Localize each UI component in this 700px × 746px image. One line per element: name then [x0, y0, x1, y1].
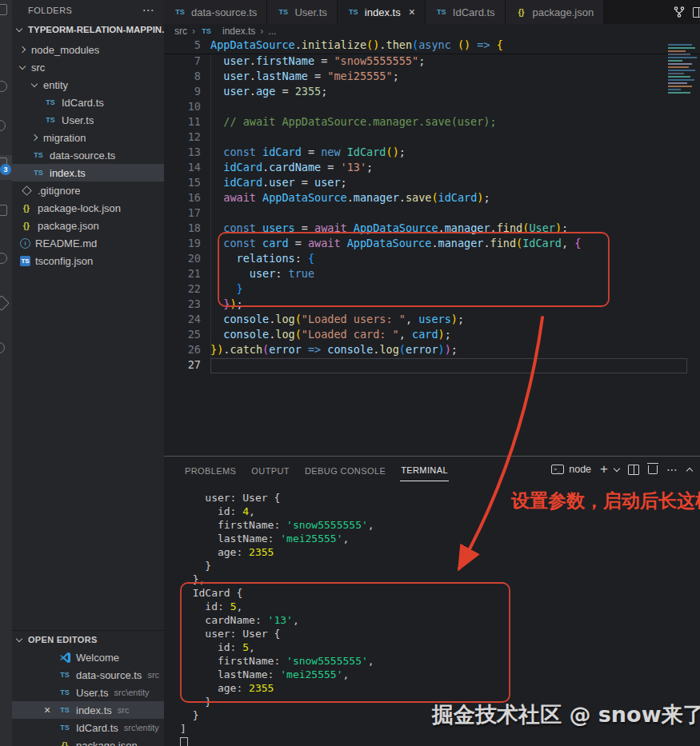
sidebar-header: FOLDERS ⋯ — [12, 0, 164, 21]
breadcrumb-item[interactable]: ... — [268, 26, 276, 37]
code-line-22[interactable]: 22 } — [164, 282, 700, 297]
minimap[interactable] — [668, 44, 700, 94]
terminal-shell-chip[interactable]: node — [551, 464, 591, 475]
code-line-25[interactable]: 25 console.log("Loaded card: ", card); — [164, 328, 700, 343]
tab-package.json[interactable]: {}package.json — [506, 0, 605, 24]
code-line-26[interactable]: 26}).catch(error => console.log(error)); — [164, 343, 700, 358]
tree-item-README.md[interactable]: iREADME.md — [12, 234, 164, 252]
tree-item-node_modules[interactable]: node_modules — [12, 41, 164, 58]
gitignore-icon — [20, 185, 33, 196]
open-editor-index.ts[interactable]: ×TSindex.tssrc — [12, 701, 164, 719]
ellipsis-icon[interactable]: ⋯ — [142, 3, 155, 18]
tab-index.ts[interactable]: TSindex.ts× — [338, 0, 426, 24]
split-terminal-button[interactable] — [628, 465, 639, 475]
ts-file-icon: TS — [44, 114, 57, 126]
project-section-header[interactable]: TYPEORM-RELATION-MAPPIN... — [12, 21, 164, 38]
terminal-line: cardName: '13', — [180, 614, 700, 628]
tab-data-source.ts[interactable]: TSdata-source.ts — [164, 0, 267, 24]
code-line-8[interactable]: 8 user.lastName = "mei25555"; — [164, 70, 700, 85]
code-line-27[interactable]: 27 — [164, 358, 700, 373]
terminal-line: lastName: 'mei25555', — [180, 668, 700, 682]
code-editor[interactable]: 5AppDataSource.initialize().then(async (… — [164, 38, 700, 456]
tree-item-migration[interactable]: migration — [12, 129, 164, 146]
json-file-icon: {} — [20, 220, 33, 231]
source-control-icon[interactable] — [0, 120, 6, 131]
open-editor-IdCard.ts[interactable]: TSIdCard.tssrc\entity — [12, 719, 164, 736]
code-lines: 5AppDataSource.initialize().then(async (… — [164, 38, 700, 373]
code-line-9[interactable]: 9 user.age = 2355; — [164, 85, 700, 100]
breadcrumb-item[interactable]: index.ts — [222, 26, 255, 37]
panel-tab-terminal[interactable]: TERMINAL — [400, 457, 449, 481]
open-editors-header[interactable]: OPEN EDITORS — [12, 631, 164, 648]
close-icon[interactable]: × — [409, 6, 415, 18]
json-file-icon: {} — [515, 6, 528, 18]
code-line-19[interactable]: 19 const card = await AppDataSource.mana… — [164, 237, 700, 252]
close-icon[interactable]: × — [44, 704, 58, 716]
tree-item-entity[interactable]: entity — [12, 76, 164, 94]
open-editor-data-source.ts[interactable]: TSdata-source.tssrc — [12, 666, 164, 684]
code-line-10[interactable]: 10 — [164, 100, 700, 115]
fork-icon[interactable] — [673, 6, 686, 18]
code-line-7[interactable]: 7 user.firstName = "snow5555555"; — [164, 54, 700, 70]
split-editor-icon[interactable] — [693, 7, 700, 18]
tab-IdCard.ts[interactable]: TSIdCard.ts — [426, 0, 506, 24]
panel-tab-debug-console[interactable]: DEBUG CONSOLE — [304, 458, 386, 481]
code-line-23[interactable]: 23 }); — [164, 297, 700, 313]
editor-area: TSdata-source.tsTSUser.tsTSindex.ts×TSId… — [164, 0, 700, 746]
tree-item-User.ts[interactable]: TSUser.ts — [12, 111, 164, 129]
ts-file-icon: TS — [44, 97, 57, 108]
tree-item-src[interactable]: src — [12, 58, 164, 76]
account-icon[interactable] — [0, 253, 7, 264]
chevron-down-icon[interactable] — [614, 468, 619, 471]
chevron-down-icon — [31, 81, 38, 87]
panel-tab-output[interactable]: OUTPUT — [250, 458, 290, 481]
terminal-line: firstName: 'snow5555555', — [180, 655, 700, 668]
ellipsis-icon[interactable]: ⋯ — [666, 463, 678, 476]
open-editor-User.ts[interactable]: TSUser.tssrc\entity — [12, 684, 164, 701]
tree-item-IdCard.ts[interactable]: TSIdCard.ts — [12, 94, 164, 111]
new-terminal-button[interactable]: + — [600, 461, 608, 477]
settings-gear-icon[interactable] — [0, 342, 5, 353]
code-line-14[interactable]: 14 idCard.cardName = '13'; — [164, 161, 700, 176]
terminal-content[interactable]: user: User { id: 4, firstName: 'snow5555… — [180, 492, 700, 746]
explorer-icon[interactable] — [0, 4, 7, 15]
code-line-20[interactable]: 20 relations: { — [164, 252, 700, 267]
code-line-5[interactable]: 5AppDataSource.initialize().then(async (… — [164, 38, 700, 54]
terminal-line: } — [180, 696, 700, 709]
code-line-11[interactable]: 11 // await AppDataSource.manager.save(u… — [164, 115, 700, 130]
code-line-16[interactable]: 16 await AppDataSource.manager.save(idCa… — [164, 191, 700, 206]
code-line-13[interactable]: 13 const idCard = new IdCard(); — [164, 146, 700, 161]
code-line-15[interactable]: 15 idCard.user = user; — [164, 176, 700, 191]
activity-bar[interactable]: 3 — [0, 0, 12, 746]
breadcrumb-separator: › — [192, 26, 195, 37]
search-icon[interactable] — [0, 81, 7, 92]
kill-terminal-button[interactable] — [648, 465, 658, 474]
open-editor-Welcome[interactable]: Welcome — [12, 648, 164, 666]
tab-User.ts[interactable]: TSUser.ts — [267, 0, 337, 24]
terminal-line: firstName: 'snow5555555', — [180, 519, 700, 533]
terminal-line: age: 2355 — [180, 682, 700, 696]
tree-item-package.json[interactable]: {}package.json — [12, 217, 164, 234]
tree-item-index.ts[interactable]: TSindex.ts — [12, 164, 164, 182]
bottom-panel: PROBLEMSOUTPUTDEBUG CONSOLETERMINAL node… — [164, 456, 700, 746]
ts-file-icon: TS — [347, 6, 360, 18]
open-editor-package.json[interactable]: {}package.json — [12, 736, 164, 746]
open-editors-list: WelcomeTSdata-source.tssrcTSUser.tssrc\e… — [12, 648, 164, 746]
chevron-down-icon — [16, 26, 22, 32]
tree-item-package-lock.json[interactable]: {}package-lock.json — [12, 199, 164, 217]
code-line-24[interactable]: 24 console.log("Loaded users: ", users); — [164, 313, 700, 328]
testing-icon[interactable] — [0, 295, 10, 311]
maximize-panel-button[interactable] — [687, 466, 692, 473]
tree-item-tsconfig.json[interactable]: TStsconfig.json — [12, 252, 164, 269]
open-editors-section: OPEN EDITORS WelcomeTSdata-source.tssrcT… — [12, 630, 164, 746]
tree-item-data-source.ts[interactable]: TSdata-source.ts — [12, 146, 164, 164]
terminal-line: lastName: 'mei25555', — [180, 533, 700, 546]
extensions-icon[interactable] — [0, 205, 7, 216]
breadcrumb-item[interactable]: src — [174, 26, 187, 37]
tree-item-.gitignore[interactable]: .gitignore — [12, 182, 164, 199]
code-line-18[interactable]: 18 const users = await AppDataSource.man… — [164, 221, 700, 237]
code-line-12[interactable]: 12 — [164, 130, 700, 146]
code-line-17[interactable]: 17 — [164, 206, 700, 221]
panel-tab-problems[interactable]: PROBLEMS — [184, 458, 237, 481]
code-line-21[interactable]: 21 user: true — [164, 267, 700, 282]
